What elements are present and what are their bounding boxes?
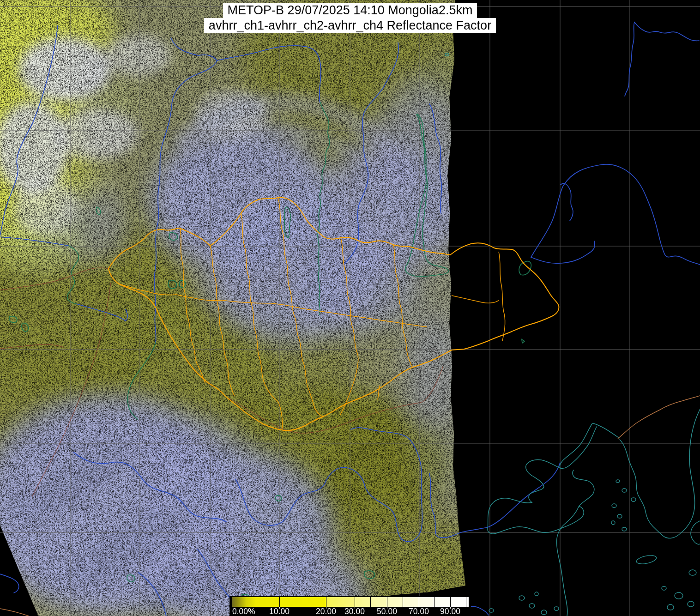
colorbar-label: 10.00 (269, 607, 290, 616)
colorbar-divider (326, 597, 326, 607)
map-canvas (0, 0, 700, 616)
colorbar-label: 20.00 (316, 607, 336, 616)
colorbar-label: 30.00 (344, 607, 365, 616)
colorbar-divider (466, 597, 466, 607)
title-line-2: avhrr_ch1-avhrr_ch2-avhrr_ch4 Reflectanc… (204, 18, 496, 33)
colorbar-divider (434, 597, 434, 607)
colorbar-divider (387, 597, 387, 607)
title-overlay: METOP-B 29/07/2025 14:10 Mongolia2.5km a… (0, 3, 700, 33)
title-line-1: METOP-B 29/07/2025 14:10 Mongolia2.5km (223, 3, 477, 18)
colorbar-divider (403, 597, 403, 607)
colorbar-divider (370, 597, 371, 607)
colorbar-divider (450, 597, 451, 607)
dead-pixel-noise (0, 0, 471, 616)
colorbar-label: 0.00% (232, 607, 255, 616)
colorbar-label: 70.00 (409, 607, 429, 616)
colorbar-panel: 0.00%10.0020.0030.0050.0070.0090.00 (229, 596, 471, 616)
colorbar-divider (355, 597, 355, 607)
colorbar-divider (419, 597, 419, 607)
colorbar-divider (279, 597, 280, 607)
colorbar-gradient (232, 597, 469, 607)
satellite-product-image: METOP-B 29/07/2025 14:10 Mongolia2.5km a… (0, 0, 700, 616)
colorbar-label: 50.00 (377, 607, 397, 616)
colorbar-label: 90.00 (440, 607, 460, 616)
